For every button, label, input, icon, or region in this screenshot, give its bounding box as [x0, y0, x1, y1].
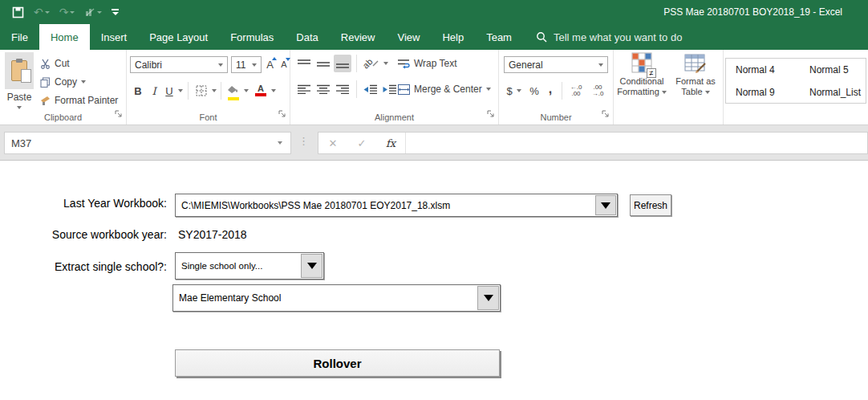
- copy-button[interactable]: Copy: [40, 74, 86, 90]
- orientation-dropdown-icon[interactable]: [383, 62, 388, 65]
- fill-color-button[interactable]: [225, 82, 242, 100]
- customize-qat-button[interactable]: [112, 9, 119, 15]
- conditional-formatting-label-1: Conditional: [615, 76, 668, 87]
- increase-indent-button[interactable]: [380, 80, 398, 98]
- grow-font-button[interactable]: A: [263, 55, 277, 73]
- conditional-formatting-button[interactable]: ≠ Conditional Formatting: [615, 52, 668, 97]
- clipboard-group: Paste Cut Copy Format Painter Clipboard: [0, 50, 127, 124]
- extract-combobox[interactable]: Single school only...: [175, 252, 324, 280]
- bold-button[interactable]: B: [132, 82, 144, 100]
- school-dropdown-button[interactable]: [477, 286, 499, 310]
- tab-formulas[interactable]: Formulas: [219, 24, 285, 50]
- orientation-button[interactable]: ab: [361, 55, 380, 72]
- increase-decimal-bottom: .00: [570, 91, 582, 97]
- tab-team[interactable]: Team: [475, 24, 523, 50]
- fill-color-dropdown-icon[interactable]: [244, 89, 249, 92]
- decrease-indent-button[interactable]: [361, 80, 379, 98]
- workbook-label: Last Year Workbook:: [0, 197, 167, 210]
- font-color-button[interactable]: A: [252, 82, 270, 100]
- italic-button[interactable]: I: [148, 82, 160, 100]
- font-group-label: Font: [127, 112, 290, 122]
- currency-dropdown-icon[interactable]: [517, 89, 521, 92]
- align-center-button[interactable]: [314, 80, 332, 98]
- school-combobox[interactable]: Mae Elementary School: [172, 284, 501, 312]
- align-bottom-button[interactable]: [334, 55, 351, 72]
- percent-button[interactable]: %: [528, 82, 541, 100]
- number-format-combobox[interactable]: General: [504, 56, 608, 73]
- font-name-combobox[interactable]: Calibri: [130, 56, 228, 73]
- rollover-button[interactable]: Rollover: [175, 349, 500, 377]
- paste-dropdown-icon[interactable]: [17, 106, 22, 109]
- currency-button[interactable]: $: [504, 82, 515, 100]
- tab-help[interactable]: Help: [431, 24, 475, 50]
- cancel-icon[interactable]: ✕: [318, 137, 347, 149]
- workbook-combobox[interactable]: C:\MIEMIS\Workbooks\PSS Mae 20180701 EOY…: [175, 194, 618, 217]
- paste-icon-frame: [5, 52, 34, 89]
- align-middle-button[interactable]: [314, 55, 332, 72]
- tab-view[interactable]: View: [386, 24, 431, 50]
- font-size-combobox[interactable]: 11: [231, 56, 262, 73]
- redo-dropdown-icon[interactable]: [70, 11, 75, 14]
- qat-extra-button[interactable]: [84, 6, 102, 18]
- borders-dropdown-icon[interactable]: [212, 89, 217, 92]
- align-right-button[interactable]: [334, 80, 351, 98]
- alignment-dialog-launcher[interactable]: [487, 107, 495, 121]
- tab-home[interactable]: Home: [39, 24, 90, 50]
- number-format-dropdown-icon[interactable]: [598, 63, 603, 67]
- font-dialog-launcher[interactable]: [278, 107, 286, 121]
- merge-center-button[interactable]: Merge & Center: [398, 80, 491, 98]
- comma-style-button[interactable]: ,: [546, 80, 555, 98]
- redo-button[interactable]: ↷: [59, 6, 75, 18]
- save-button[interactable]: [12, 6, 24, 18]
- copy-dropdown-icon[interactable]: [81, 80, 86, 84]
- tell-me-search[interactable]: Tell me what you want to do: [536, 24, 682, 50]
- style-normal-4[interactable]: Normal 4: [726, 64, 808, 76]
- tab-page-layout[interactable]: Page Layout: [138, 24, 219, 50]
- search-icon: [536, 31, 547, 43]
- merge-center-dropdown-icon[interactable]: [486, 88, 491, 91]
- undo-dropdown-icon[interactable]: [45, 11, 50, 14]
- font-size-dropdown-icon[interactable]: [252, 63, 257, 67]
- shrink-font-button[interactable]: A: [278, 55, 290, 73]
- tab-data[interactable]: Data: [285, 24, 329, 50]
- increase-decimal-button[interactable]: ←.0 .00: [567, 82, 585, 100]
- cut-button[interactable]: Cut: [40, 55, 70, 71]
- style-normal-5[interactable]: Normal 5: [808, 64, 866, 76]
- format-painter-button[interactable]: Format Painter: [40, 92, 118, 108]
- tab-file[interactable]: File: [0, 24, 39, 50]
- clipboard-dialog-launcher[interactable]: [115, 107, 123, 121]
- tab-insert[interactable]: Insert: [90, 24, 139, 50]
- decrease-decimal-button[interactable]: .00 →.0: [589, 82, 606, 100]
- enter-icon[interactable]: ✓: [347, 137, 376, 149]
- number-group-label: Number: [499, 112, 613, 122]
- borders-button[interactable]: [193, 82, 210, 100]
- italic-icon: I: [152, 85, 156, 97]
- ribbon: Paste Cut Copy Format Painter Clipboard …: [0, 50, 868, 125]
- refresh-label: Refresh: [634, 200, 667, 211]
- name-box[interactable]: M37: [4, 132, 291, 154]
- undo-button[interactable]: ↶: [34, 6, 50, 18]
- align-left-button[interactable]: [295, 80, 313, 98]
- extract-dropdown-button[interactable]: [301, 254, 322, 278]
- wrap-text-button[interactable]: Wrap Text: [398, 55, 457, 72]
- font-name-dropdown-icon[interactable]: [218, 63, 223, 67]
- format-as-table-button[interactable]: Format as Table: [670, 52, 721, 97]
- refresh-button[interactable]: Refresh: [630, 194, 671, 216]
- formula-input[interactable]: [406, 133, 867, 153]
- insert-function-button[interactable]: fx: [376, 137, 405, 149]
- workbook-dropdown-button[interactable]: [595, 195, 616, 215]
- number-dialog-launcher[interactable]: [602, 107, 610, 121]
- align-top-button[interactable]: [295, 55, 313, 72]
- underline-dropdown-icon[interactable]: [178, 89, 183, 92]
- tab-review[interactable]: Review: [330, 24, 387, 50]
- not-equal-icon: ≠: [647, 68, 656, 78]
- grow-arrow-icon: [272, 57, 277, 60]
- qat-extra-dropdown-icon[interactable]: [97, 11, 102, 14]
- style-normal-list[interactable]: Normal_List: [808, 87, 866, 98]
- worksheet-area: Last Year Workbook: C:\MIEMIS\Workbooks\…: [0, 161, 868, 399]
- font-color-dropdown-icon[interactable]: [271, 89, 276, 92]
- style-normal-9[interactable]: Normal 9: [726, 87, 808, 98]
- underline-button[interactable]: U: [163, 82, 176, 100]
- name-box-dropdown-icon[interactable]: [278, 141, 282, 145]
- formula-bar-resize-handle[interactable]: ⋮: [298, 135, 309, 147]
